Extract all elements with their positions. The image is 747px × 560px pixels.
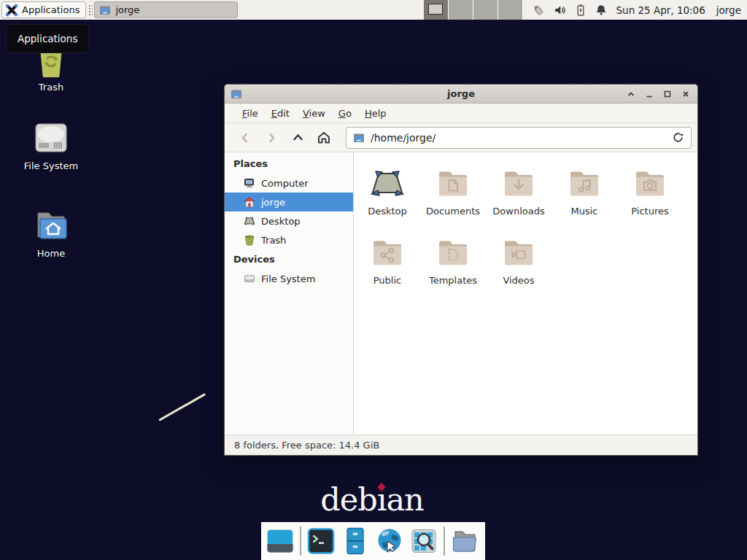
system-tray: [532, 4, 608, 17]
applications-tooltip: Applications: [6, 24, 89, 53]
sidebar-item-label: Trash: [261, 235, 286, 246]
debian-logo-text: deb: [320, 481, 377, 518]
file-manager-window: jorge File Edit View Go Help: [224, 84, 698, 456]
window-titlebar[interactable]: jorge: [225, 85, 697, 104]
top-panel: Applications jorge: [0, 0, 747, 20]
show-desktop-icon[interactable]: [266, 526, 295, 556]
desktop-icon-filesystem[interactable]: File System: [15, 117, 88, 171]
folder-label: Documents: [420, 206, 486, 217]
menu-bar: File Edit View Go Help: [225, 104, 697, 123]
menu-view[interactable]: View: [296, 105, 332, 122]
sidebar-places-header: Places: [225, 154, 353, 174]
folder-item-music[interactable]: Music: [551, 163, 617, 217]
home-icon: [317, 131, 331, 144]
app-finder-icon[interactable]: [409, 526, 438, 556]
computer-icon: [244, 177, 255, 189]
desktop-icon: [244, 215, 255, 227]
panel-username: jorge: [716, 4, 741, 16]
volume-icon[interactable]: [554, 4, 567, 17]
templates-folder-icon: [436, 235, 471, 270]
location-bar[interactable]: /home/jorge/: [346, 127, 692, 149]
path-input[interactable]: /home/jorge/: [371, 132, 666, 144]
menu-edit[interactable]: Edit: [265, 105, 296, 122]
folder-item-downloads[interactable]: Downloads: [486, 163, 551, 217]
folder-item-public[interactable]: Public: [355, 232, 420, 286]
folder-item-desktop[interactable]: Desktop: [355, 163, 420, 217]
shade-window-icon[interactable]: [627, 90, 635, 98]
menu-file[interactable]: File: [236, 105, 265, 122]
folder-item-pictures[interactable]: Pictures: [617, 163, 683, 217]
terminal-icon[interactable]: [306, 526, 336, 556]
applications-icon: [5, 4, 18, 17]
applications-menu-label: Applications: [22, 4, 80, 15]
sidebar-item-computer[interactable]: Computer: [225, 174, 353, 192]
downloads-folder-icon: [501, 166, 536, 201]
taskbar-window-button[interactable]: jorge: [94, 1, 238, 18]
videos-folder-icon: [501, 235, 536, 270]
cursor-trail-line: [158, 393, 206, 421]
folder-label: Pictures: [617, 206, 683, 217]
sidebar-item-filesystem[interactable]: File System: [225, 269, 353, 288]
panel-handle[interactable]: [88, 4, 93, 17]
debian-logo-text: an: [386, 481, 423, 518]
minimize-window-icon[interactable]: [645, 90, 654, 98]
public-folder-icon: [370, 235, 405, 270]
folder-label: Desktop: [355, 206, 420, 217]
hard-drive-icon: [34, 120, 69, 156]
folder-view[interactable]: Desktop Documents: [354, 152, 697, 435]
desktop-icon-label: File System: [15, 160, 88, 171]
back-button[interactable]: [235, 128, 255, 148]
folder-item-videos[interactable]: Videos: [486, 232, 551, 286]
home-button[interactable]: [314, 128, 334, 148]
desktop-icon: [370, 166, 405, 201]
up-button[interactable]: [287, 128, 308, 148]
menu-go[interactable]: Go: [332, 105, 358, 122]
workspace-1[interactable]: [424, 0, 449, 20]
battery-icon[interactable]: [574, 4, 587, 17]
taskbar-window-label: jorge: [115, 4, 139, 15]
folder-label: Public: [355, 275, 420, 286]
workspace-3[interactable]: [473, 0, 498, 20]
file-cabinet-icon[interactable]: [341, 526, 370, 556]
maximize-window-icon[interactable]: [663, 90, 672, 98]
menu-help[interactable]: Help: [358, 105, 393, 122]
applications-menu-button[interactable]: Applications: [1, 1, 86, 18]
dock-separator: [444, 526, 445, 556]
hard-drive-icon: [244, 273, 255, 284]
folder-icon: [99, 4, 111, 16]
sidebar-item-label: jorge: [261, 197, 285, 208]
desktop-icon-home[interactable]: Home: [15, 204, 88, 259]
home-icon: [244, 196, 255, 208]
notifications-bell-icon[interactable]: [595, 4, 608, 17]
folder-label: Downloads: [486, 206, 551, 217]
forward-button[interactable]: [261, 128, 282, 148]
sidebar-item-label: File System: [261, 273, 315, 284]
sidebar-item-label: Computer: [261, 178, 309, 189]
removable-media-icon[interactable]: [532, 4, 546, 17]
desktop-icon-label: Trash: [15, 82, 88, 93]
debian-logo: debıan: [299, 481, 445, 518]
panel-clock[interactable]: Sun 25 Apr, 10:06: [616, 4, 705, 16]
web-browser-icon[interactable]: [375, 526, 404, 556]
folder-label: Videos: [486, 275, 551, 286]
documents-folder-icon: [436, 166, 471, 201]
sidebar-item-desktop[interactable]: Desktop: [225, 211, 353, 230]
status-bar: 8 folders, Free space: 14.4 GiB: [225, 435, 697, 455]
dock-separator: [300, 526, 301, 556]
trash-icon: [244, 234, 255, 246]
chevron-left-icon: [239, 132, 251, 144]
workspace-2[interactable]: [449, 0, 473, 20]
tooltip-text: Applications: [18, 33, 77, 44]
reload-icon[interactable]: [672, 131, 684, 144]
file-manager-icon[interactable]: [450, 526, 479, 556]
sidebar-item-trash[interactable]: Trash: [225, 230, 353, 249]
sidebar-item-jorge[interactable]: jorge: [225, 192, 353, 211]
folder-item-templates[interactable]: Templates: [420, 232, 486, 286]
desktop: Applications jorge: [0, 0, 747, 560]
toolbar: /home/jorge/: [225, 123, 697, 152]
folder-item-documents[interactable]: Documents: [420, 163, 486, 217]
workspace-4[interactable]: [498, 0, 523, 20]
close-window-icon[interactable]: [681, 90, 690, 98]
chevron-right-icon: [266, 132, 277, 144]
dock-panel: [261, 522, 485, 560]
